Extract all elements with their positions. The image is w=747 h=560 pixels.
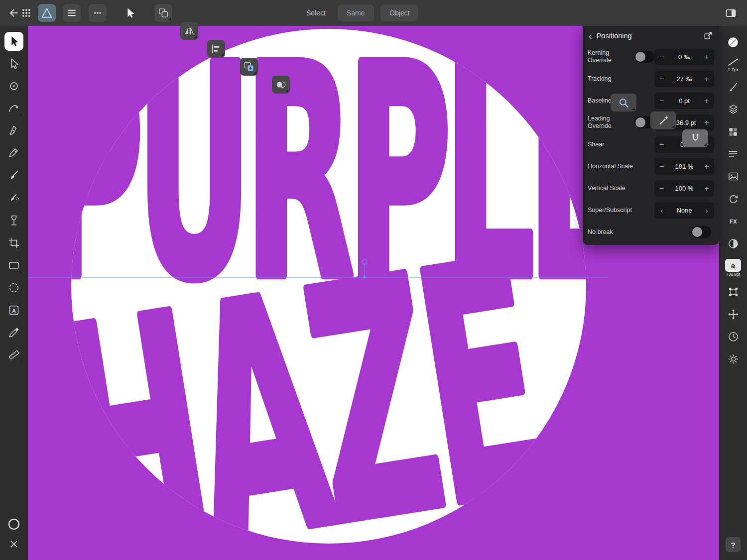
- kerning-override-stepper: − 0 ‰ +: [654, 49, 714, 65]
- contour-tool[interactable]: [4, 99, 23, 118]
- panel-row-baseline: Baseline − 0 pt +: [583, 90, 719, 112]
- select-mode-label: Select: [306, 0, 326, 26]
- select-same-button[interactable]: Same: [338, 4, 374, 21]
- panel-row-kerning-override: Kerning Override − 0 ‰ +: [583, 46, 719, 68]
- vertical-scale-label: Vertical Scale: [588, 185, 637, 192]
- effects-studio-button[interactable]: FX: [719, 210, 747, 232]
- stock-studio-button[interactable]: [719, 165, 747, 188]
- help-button[interactable]: ?: [726, 537, 741, 552]
- colour-studio-button[interactable]: [719, 31, 747, 53]
- layers-studio-button[interactable]: [719, 98, 747, 120]
- character-studio-button[interactable]: a 736.9pt: [719, 255, 747, 281]
- alignment-button[interactable]: [207, 40, 225, 58]
- text-tool[interactable]: A: [4, 301, 23, 320]
- select-object-button[interactable]: Object: [380, 4, 418, 21]
- color-picker-tool[interactable]: [4, 323, 23, 342]
- select-cursor-button[interactable]: [123, 4, 137, 22]
- hscale-minus-button[interactable]: −: [654, 158, 669, 175]
- node-tool[interactable]: [4, 54, 23, 73]
- superscript-prev-button[interactable]: ‹: [654, 202, 669, 219]
- boolean-operations-button[interactable]: [272, 76, 290, 94]
- no-break-toggle[interactable]: [691, 226, 711, 238]
- leading-override-label: Leading Override: [588, 115, 634, 130]
- vscale-plus-button[interactable]: +: [699, 180, 714, 197]
- transform-grid-icon: [727, 286, 740, 298]
- rectangle-tool[interactable]: [4, 256, 23, 275]
- snapping-button[interactable]: [682, 129, 708, 147]
- menu-button[interactable]: [63, 4, 81, 22]
- panel-row-super-subscript: Super/Subscript ‹ None ›: [583, 199, 719, 221]
- panel-title: Positioning: [597, 32, 632, 40]
- panel-row-tracking: Tracking − 27 ‰ +: [583, 68, 719, 90]
- kerning-override-toggle[interactable]: [634, 51, 654, 63]
- baseline-node: [364, 276, 366, 279]
- baseline-plus-button[interactable]: +: [699, 93, 714, 109]
- panel-row-vertical-scale: Vertical Scale − 100 % +: [583, 177, 719, 199]
- convert-selection-button[interactable]: [154, 4, 172, 22]
- measure-tool[interactable]: [4, 345, 23, 364]
- tools-sidebar: A: [0, 26, 28, 560]
- insert-behind-button[interactable]: [240, 58, 258, 76]
- boolean-circles-icon: [275, 79, 287, 91]
- texture-brush-tool[interactable]: [4, 189, 23, 208]
- move-tool[interactable]: [4, 32, 23, 51]
- panel-detach-button[interactable]: [703, 31, 713, 41]
- tracking-label: Tracking: [588, 75, 637, 83]
- kerning-minus-button[interactable]: −: [654, 49, 669, 65]
- history-studio-button[interactable]: [719, 326, 747, 348]
- no-break-label: No break: [588, 228, 637, 236]
- calligraphy-icon: [727, 81, 740, 93]
- align-icon: [210, 43, 222, 55]
- tracking-value: 27 ‰: [669, 75, 699, 83]
- colour-swatch-icon: [727, 36, 740, 49]
- baseline-stepper: − 0 pt +: [654, 93, 714, 109]
- swatches-studio-button[interactable]: [719, 120, 747, 143]
- export-studio-button[interactable]: [719, 348, 747, 370]
- tracking-plus-button[interactable]: +: [699, 71, 714, 87]
- eyedropper-icon: [7, 326, 20, 339]
- designer-persona-icon: [40, 6, 53, 19]
- panel-back-button[interactable]: ‹: [589, 31, 592, 41]
- pen-tool[interactable]: [4, 121, 23, 140]
- fill-tool[interactable]: [4, 211, 23, 230]
- arrange-studio-button[interactable]: [719, 303, 747, 326]
- typography-studio-button[interactable]: [719, 143, 747, 165]
- zoom-tool-button[interactable]: [611, 94, 636, 112]
- transform-studio-button[interactable]: [719, 281, 747, 303]
- layers-icon: [727, 103, 740, 115]
- rectangle-icon: [7, 259, 20, 272]
- ellipse-tool[interactable]: [4, 278, 23, 297]
- shear-minus-button[interactable]: −: [654, 136, 669, 153]
- vscale-minus-button[interactable]: −: [654, 180, 669, 197]
- flip-horizontal-button[interactable]: [180, 22, 198, 40]
- more-options-button[interactable]: [89, 4, 107, 22]
- tracking-minus-button[interactable]: −: [654, 71, 669, 87]
- superscript-next-button[interactable]: ›: [699, 202, 714, 219]
- studio-panel-toggle-button[interactable]: [723, 4, 738, 22]
- wand-icon: [657, 114, 670, 127]
- sync-studio-button[interactable]: [719, 188, 747, 210]
- assistant-button[interactable]: [650, 112, 676, 129]
- color-wheel-button[interactable]: [7, 517, 21, 533]
- brush-tool[interactable]: [4, 166, 23, 185]
- close-toolbar-button[interactable]: [8, 538, 20, 552]
- svg-text:A: A: [12, 308, 16, 314]
- kerning-plus-button[interactable]: +: [699, 49, 714, 65]
- stroke-studio-button[interactable]: 1.7px: [719, 53, 747, 76]
- corner-icon: [7, 80, 20, 93]
- hscale-plus-button[interactable]: +: [699, 158, 714, 175]
- kerning-value: 0 ‰: [669, 53, 699, 61]
- kerning-override-label: Kerning Override: [588, 49, 634, 64]
- leading-plus-button[interactable]: +: [699, 114, 714, 131]
- baseline-minus-button[interactable]: −: [654, 93, 669, 109]
- crop-icon: [7, 236, 20, 249]
- swatches-grid-icon: [727, 126, 739, 138]
- corner-tool[interactable]: [4, 77, 23, 96]
- gallery-grid-button[interactable]: [19, 4, 34, 22]
- designer-persona-button[interactable]: [38, 4, 56, 22]
- pencil-tool[interactable]: [4, 144, 23, 163]
- grid-icon: [21, 7, 32, 18]
- brushes-studio-button[interactable]: [719, 76, 747, 98]
- adjustments-studio-button[interactable]: [719, 232, 747, 255]
- crop-tool[interactable]: [4, 233, 23, 252]
